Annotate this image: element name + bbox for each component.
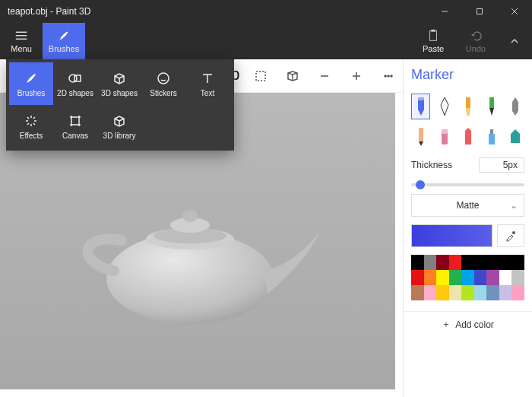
flyout-canvas-label: Canvas <box>62 132 88 140</box>
color-swatch[interactable] <box>436 270 449 285</box>
color-swatch[interactable] <box>474 285 487 300</box>
tool-spray-can[interactable] <box>482 124 501 150</box>
color-swatch[interactable] <box>474 255 487 270</box>
color-swatch[interactable] <box>474 270 487 285</box>
color-swatch[interactable] <box>411 270 424 285</box>
side-panel: Marker Thickness 5px Matte ⌄ <box>403 59 532 397</box>
svg-rect-21 <box>418 97 424 100</box>
color-swatch[interactable] <box>411 285 424 300</box>
tool-marker[interactable] <box>411 94 430 119</box>
tool-watercolor[interactable] <box>482 94 501 119</box>
menu-icon <box>14 29 28 43</box>
flyout-effects[interactable]: Effects <box>9 105 53 148</box>
color-swatch[interactable] <box>449 255 462 270</box>
svg-point-31 <box>512 231 515 234</box>
color-swatch[interactable] <box>449 285 462 300</box>
current-color-swatch[interactable] <box>411 224 492 247</box>
brush-tools <box>411 94 524 150</box>
close-button[interactable] <box>497 0 532 23</box>
color-swatch[interactable] <box>424 285 437 300</box>
menu-button[interactable]: Menu <box>0 23 43 59</box>
svg-rect-8 <box>431 30 435 32</box>
color-swatch[interactable] <box>449 270 462 285</box>
color-swatch[interactable] <box>436 255 449 270</box>
tool-oil-brush[interactable] <box>458 94 477 119</box>
color-swatch[interactable] <box>499 255 512 270</box>
more-button[interactable] <box>382 69 395 83</box>
view-3d-button[interactable] <box>286 69 299 83</box>
flyout-text-label: Text <box>201 89 214 97</box>
svg-rect-39 <box>71 117 79 125</box>
color-swatch[interactable] <box>486 285 499 300</box>
color-swatch[interactable] <box>499 270 512 285</box>
material-value: Matte <box>456 200 479 211</box>
paste-icon <box>426 29 440 43</box>
svg-rect-30 <box>511 134 520 143</box>
color-swatch[interactable] <box>424 255 437 270</box>
add-color-button[interactable]: ＋ Add color <box>404 311 532 337</box>
eyedropper-button[interactable] <box>497 224 524 247</box>
minimize-button[interactable] <box>427 0 462 23</box>
tool-crayon[interactable] <box>458 124 477 150</box>
chevron-up-icon <box>510 37 519 46</box>
flyout-canvas[interactable]: Canvas <box>53 105 97 148</box>
flyout-text[interactable]: Text <box>185 62 230 105</box>
library-3d-icon <box>112 113 127 129</box>
color-swatch[interactable] <box>486 270 499 285</box>
svg-rect-24 <box>419 128 423 141</box>
stickers-icon <box>156 71 171 86</box>
tool-fill[interactable] <box>505 124 524 150</box>
tool-calligraphy-pen[interactable] <box>435 94 454 119</box>
color-swatch[interactable] <box>511 270 524 285</box>
flyout-stickers[interactable]: Stickers <box>141 62 185 105</box>
color-swatch[interactable] <box>511 255 524 270</box>
flyout-brushes[interactable]: Brushes <box>9 62 53 105</box>
tool-pixel-pen[interactable] <box>505 94 524 119</box>
color-swatch[interactable] <box>411 255 424 270</box>
svg-rect-5 <box>16 35 27 36</box>
flyout-brushes-label: Brushes <box>17 89 46 97</box>
menu-label: Menu <box>11 44 32 53</box>
maximize-button[interactable] <box>462 0 497 23</box>
svg-rect-7 <box>430 31 437 41</box>
thickness-input[interactable]: 5px <box>479 157 524 173</box>
collapse-ribbon-button[interactable] <box>497 23 532 59</box>
thickness-slider[interactable] <box>411 183 524 186</box>
flyout-2d-shapes[interactable]: 2D shapes <box>53 62 97 105</box>
color-swatch[interactable] <box>461 255 474 270</box>
color-swatch[interactable] <box>424 270 437 285</box>
panel-title: Marker <box>411 67 524 83</box>
paste-button[interactable]: Paste <box>412 23 454 59</box>
flyout-3d-shapes[interactable]: 3D shapes <box>97 62 141 105</box>
brushes-tab[interactable]: Brushes <box>43 23 85 59</box>
tool-pencil[interactable] <box>411 124 430 150</box>
color-swatch[interactable] <box>436 285 449 300</box>
select-tool[interactable] <box>254 69 268 83</box>
eyedropper-icon <box>505 230 517 242</box>
color-swatch[interactable] <box>486 255 499 270</box>
canvas-icon <box>68 113 83 129</box>
titlebar: teapot.obj - Paint 3D <box>0 0 532 23</box>
color-swatch[interactable] <box>511 285 524 300</box>
zoom-out-button[interactable] <box>318 69 331 83</box>
teapot-model[interactable] <box>68 187 327 342</box>
shapes-3d-icon <box>112 71 127 86</box>
svg-point-13 <box>385 75 386 77</box>
brush-icon <box>24 71 39 86</box>
tool-eraser[interactable] <box>435 124 454 150</box>
flyout-3d-label: 3D shapes <box>101 89 138 97</box>
color-swatch[interactable] <box>461 270 474 285</box>
slider-knob[interactable] <box>416 180 425 189</box>
color-palette <box>411 255 524 300</box>
svg-rect-28 <box>489 134 495 145</box>
svg-point-20 <box>182 210 198 222</box>
window-title: teapot.obj - Paint 3D <box>0 6 427 17</box>
material-select[interactable]: Matte ⌄ <box>411 194 524 217</box>
color-swatch[interactable] <box>461 285 474 300</box>
undo-button[interactable]: Undo <box>454 23 497 59</box>
svg-rect-26 <box>442 129 448 134</box>
svg-point-15 <box>391 75 392 77</box>
zoom-in-button[interactable] <box>350 69 363 83</box>
color-swatch[interactable] <box>499 285 512 300</box>
flyout-3d-library[interactable]: 3D library <box>97 105 141 148</box>
